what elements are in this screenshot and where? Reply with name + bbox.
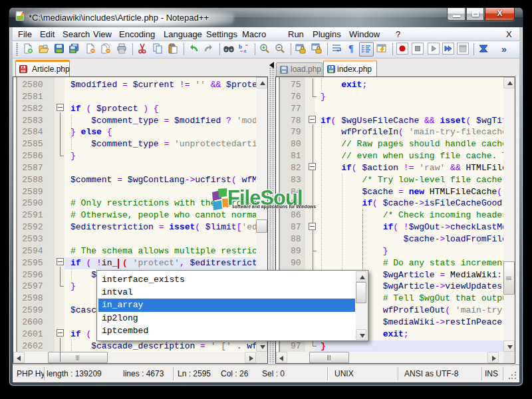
svg-text:¶: ¶ <box>348 44 354 54</box>
svg-text:a: a <box>243 47 247 54</box>
svg-text:b: b <box>239 43 242 50</box>
